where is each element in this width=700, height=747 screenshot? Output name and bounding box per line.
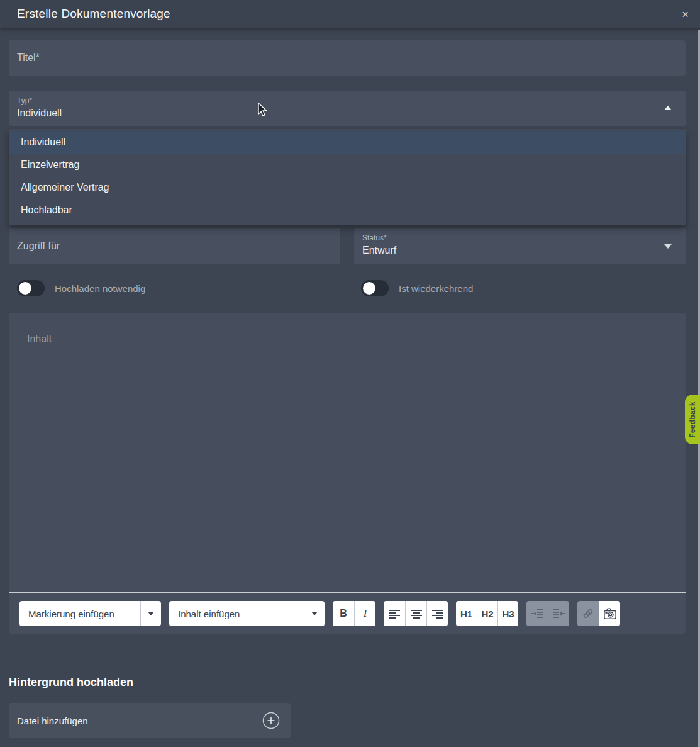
upload-required-label: Hochladen notwendig <box>55 283 145 294</box>
camera-icon <box>603 607 617 620</box>
title-placeholder: Titel* <box>17 52 40 64</box>
text-style-group: B I <box>333 601 375 626</box>
insert-content-label: Inhalt einfügen <box>169 601 304 626</box>
upload-required-toggle-row: Hochladen notwendig <box>17 280 145 296</box>
upload-section-heading: Hintergrund hochladen <box>9 676 133 689</box>
bold-button[interactable]: B <box>333 601 354 626</box>
status-label: Status* <box>362 233 686 242</box>
plus-circle-icon <box>262 712 280 729</box>
alignment-group <box>384 601 448 626</box>
type-option-allgemeiner-vertrag[interactable]: Allgemeiner Vertrag <box>9 176 686 199</box>
create-document-template-dialog: Erstelle Dokumentenvorlage × Titel* Typ*… <box>0 0 700 747</box>
type-value: Individuell <box>17 108 686 119</box>
chevron-down-icon <box>148 612 154 615</box>
close-icon[interactable]: × <box>682 8 689 20</box>
indent-decrease-button[interactable] <box>548 601 569 626</box>
dialog-title: Erstelle Dokumentenvorlage <box>17 7 170 21</box>
status-value: Entwurf <box>362 245 686 256</box>
upload-required-toggle[interactable] <box>17 280 45 296</box>
type-option-hochladbar[interactable]: Hochladbar <box>9 199 686 222</box>
align-center-icon <box>410 609 423 619</box>
image-button[interactable] <box>599 601 620 626</box>
add-file-label: Datei hinzufügen <box>17 716 88 726</box>
type-option-einzelvertrag[interactable]: Einzelvertrag <box>9 154 686 176</box>
add-file-button[interactable]: Datei hinzufügen <box>9 703 291 738</box>
indent-decrease-icon <box>553 609 565 619</box>
status-select[interactable]: Status* Entwurf <box>354 228 686 264</box>
align-right-icon <box>431 609 444 619</box>
select-arrow-button[interactable] <box>304 601 325 626</box>
access-for-input[interactable]: Zugriff für <box>9 228 340 264</box>
type-select[interactable]: Typ* Individuell <box>9 91 686 126</box>
link-icon <box>581 607 595 621</box>
toggle-knob <box>19 282 31 295</box>
feedback-tab[interactable]: Feedback <box>685 395 700 444</box>
editor-toolbar: Markierung einfügen Inhalt einfügen B I <box>19 593 679 634</box>
content-placeholder: Inhalt <box>27 334 52 345</box>
align-right-button[interactable] <box>426 601 448 626</box>
type-options-menu: Individuell Einzelvertrag Allgemeiner Ve… <box>9 129 686 225</box>
align-center-button[interactable] <box>405 601 426 626</box>
insert-marker-label: Markierung einfügen <box>19 601 140 626</box>
indent-increase-button[interactable] <box>526 601 548 626</box>
access-for-placeholder: Zugriff für <box>17 240 60 252</box>
type-option-individuell[interactable]: Individuell <box>9 131 686 154</box>
is-recurring-toggle[interactable] <box>361 280 389 296</box>
align-left-button[interactable] <box>384 601 405 626</box>
select-arrow-button[interactable] <box>140 601 161 626</box>
indent-group <box>526 601 569 626</box>
is-recurring-toggle-row: Ist wiederkehrend <box>361 280 473 296</box>
h3-button[interactable]: H3 <box>497 601 518 626</box>
link-button[interactable] <box>577 601 599 626</box>
feedback-tab-label: Feedback <box>688 402 697 438</box>
chevron-down-icon <box>664 244 672 249</box>
indent-increase-icon <box>531 609 543 619</box>
content-editor[interactable]: Inhalt Markierung einfügen Inhalt einfüg… <box>9 313 686 634</box>
heading-group: H1 H2 H3 <box>456 601 518 626</box>
title-input[interactable]: Titel* <box>9 40 686 76</box>
media-group <box>577 601 620 626</box>
insert-marker-select[interactable]: Markierung einfügen <box>19 601 161 626</box>
insert-content-select[interactable]: Inhalt einfügen <box>169 601 325 626</box>
italic-button[interactable]: I <box>354 601 375 626</box>
chevron-up-icon <box>664 106 672 110</box>
dialog-header: Erstelle Dokumentenvorlage × <box>0 0 700 28</box>
align-left-icon <box>388 609 401 619</box>
is-recurring-label: Ist wiederkehrend <box>399 283 473 294</box>
h2-button[interactable]: H2 <box>477 601 497 626</box>
type-label: Typ* <box>17 96 686 105</box>
toggle-knob <box>363 282 375 295</box>
h1-button[interactable]: H1 <box>456 601 477 626</box>
chevron-down-icon <box>311 612 318 615</box>
